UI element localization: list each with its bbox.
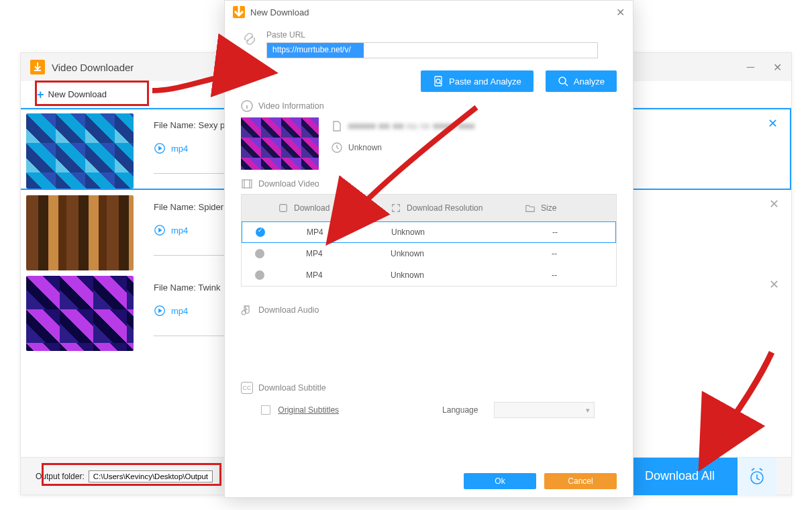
file-name-label: File Name:: [154, 120, 196, 130]
format-label: mp4: [171, 144, 188, 154]
resolution-value: Unknown: [391, 227, 525, 237]
resolution-value: Unknown: [391, 270, 525, 280]
clock-icon: [331, 142, 343, 154]
dialog-close-button[interactable]: ✕: [616, 6, 625, 19]
paste-url-row: Paste URL Paste and Analyze Analyze: [241, 30, 617, 92]
app-logo-icon: [30, 60, 45, 74]
url-input[interactable]: [266, 42, 598, 58]
alarm-clock-icon: [748, 467, 766, 486]
size-value: --: [525, 249, 616, 258]
paste-url-label: Paste URL: [266, 30, 617, 40]
window-controls: ─ ✕: [747, 61, 782, 74]
file-name: Spider: [198, 202, 223, 212]
format-value: MP4: [278, 249, 391, 258]
plus-icon: +: [37, 89, 44, 101]
resolution-value: Unknown: [391, 249, 525, 258]
row-close-button[interactable]: ✕: [769, 197, 779, 211]
folder-icon: [525, 203, 536, 213]
row-close-button[interactable]: ✕: [768, 116, 778, 131]
format-row[interactable]: MP4 Unknown --: [242, 221, 616, 243]
svg-rect-9: [242, 180, 252, 188]
file-name-label: File Name:: [154, 283, 196, 293]
dialog-title: New Download: [250, 7, 309, 17]
video-thumbnail: [26, 276, 134, 351]
download-video-heading: Download Video: [241, 178, 617, 190]
play-icon: [154, 305, 166, 317]
schedule-button[interactable]: [738, 458, 776, 495]
download-all-button[interactable]: Download All: [622, 458, 738, 495]
dialog-body: Paste URL Paste and Analyze Analyze: [225, 23, 633, 473]
dialog-logo-icon: [233, 6, 245, 18]
size-value: --: [525, 270, 616, 280]
music-note-icon: [241, 304, 253, 316]
video-thumbnail: [26, 113, 134, 189]
svg-point-6: [559, 77, 566, 84]
expand-icon: [391, 203, 401, 213]
video-info-heading: Video Information: [241, 100, 617, 112]
format-icon: [278, 203, 289, 213]
format-label: mp4: [171, 225, 188, 236]
output-folder-path[interactable]: C:\Users\Kevincy\Desktop\Output: [89, 470, 213, 482]
format-label: mp4: [171, 306, 188, 316]
cc-icon: CC: [241, 382, 253, 394]
file-name: Twink: [198, 283, 220, 293]
ok-button[interactable]: Ok: [464, 473, 536, 489]
col-resolution: Download Resolution: [407, 203, 483, 213]
video-title-blurred: ■■■■■ ■■ ■■ ea ne ■■■■ ■■■: [348, 121, 475, 131]
url-input-field[interactable]: [271, 44, 593, 55]
document-icon: [331, 120, 343, 132]
video-thumbnail: [26, 195, 134, 270]
language-select[interactable]: [494, 402, 595, 418]
clipboard-search-icon: [433, 76, 444, 87]
dialog-titlebar: New Download ✕: [225, 1, 633, 23]
radio-icon[interactable]: [255, 249, 264, 258]
search-icon: [558, 76, 568, 87]
dialog-footer: Ok Cancel: [225, 473, 633, 497]
row-close-button[interactable]: ✕: [769, 277, 779, 292]
video-duration: Unknown: [348, 143, 382, 152]
language-label: Language: [442, 405, 478, 415]
new-download-label: New Download: [48, 89, 107, 99]
minimize-button[interactable]: ─: [747, 61, 754, 74]
paste-and-analyze-button[interactable]: Paste and Analyze: [421, 70, 534, 92]
original-subtitles-label: Original Subtitles: [278, 405, 339, 415]
col-format-b: mat: [358, 203, 371, 213]
col-format-a: Download: [294, 203, 329, 213]
radio-icon[interactable]: [255, 270, 264, 280]
format-value: MP4: [278, 227, 391, 237]
file-name-label: File Name:: [154, 202, 196, 212]
col-size: Size: [541, 203, 556, 213]
app-title: Video Downloader: [52, 62, 134, 73]
download-all-label: Download All: [645, 469, 715, 483]
size-value: --: [525, 227, 615, 237]
svg-rect-10: [280, 205, 287, 212]
play-icon: [154, 224, 166, 236]
formats-table: Download xx mat Download Resolution Size…: [241, 194, 617, 287]
format-value: MP4: [278, 270, 391, 280]
format-row[interactable]: MP4 Unknown --: [242, 243, 616, 264]
close-button[interactable]: ✕: [773, 61, 782, 74]
film-icon: [241, 178, 253, 190]
original-subtitles-checkbox[interactable]: [261, 405, 270, 415]
output-folder-label: Output folder:: [36, 472, 85, 481]
info-icon: [241, 100, 253, 112]
video-info-box: ■■■■■ ■■ ■■ ea ne ■■■■ ■■■ Unknown: [241, 117, 617, 170]
link-icon: [241, 30, 258, 50]
cancel-button[interactable]: Cancel: [544, 473, 617, 489]
download-subtitle-heading: CC Download Subtitle: [241, 382, 617, 394]
format-row[interactable]: MP4 Unknown --: [242, 264, 616, 286]
formats-head: Download xx mat Download Resolution Size: [242, 195, 616, 221]
video-info-thumbnail: [241, 117, 319, 170]
new-download-dialog: New Download ✕ Paste URL Paste and Analy…: [224, 0, 633, 498]
new-download-button[interactable]: + New Download: [37, 89, 107, 101]
analyze-button[interactable]: Analyze: [546, 70, 617, 92]
download-audio-heading: Download Audio: [241, 304, 617, 316]
subtitle-box: Original Subtitles Language: [241, 402, 617, 418]
play-icon: [154, 142, 166, 154]
radio-selected-icon[interactable]: [256, 227, 265, 237]
file-name: Sexy p: [198, 120, 225, 130]
